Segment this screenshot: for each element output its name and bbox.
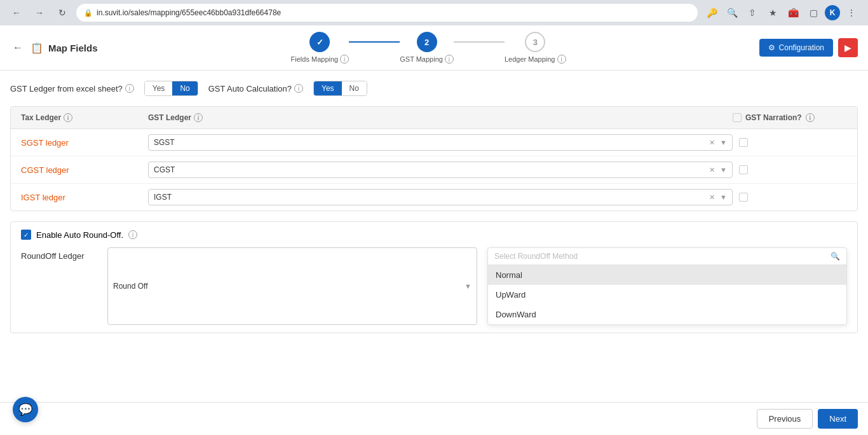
gst-ledger-no-btn[interactable]: No [172,81,197,95]
doc-icon: 📋 [31,42,43,54]
cgst-chevron-icon: ▼ [720,166,727,174]
roundoff-method-dropdown: 🔍 Normal UpWard DownWard [487,247,847,325]
page-title: Map Fields [48,43,98,53]
igst-narration-checkbox[interactable] [739,193,748,202]
share-icon[interactable]: ⇧ [743,4,761,22]
connector-1-2 [349,41,400,43]
step-2-info-icon[interactable]: i [445,55,454,64]
browser-chrome: ← → ↻ 🔒 in.suvit.io/sales/mapping/655eec… [0,0,868,25]
step-1-info-icon[interactable]: i [340,55,349,64]
igst-select[interactable]: IGST ✕ ▼ [148,189,733,205]
gst-options-row: GST Ledger from excel sheet? i Yes No GS… [10,81,858,96]
gst-ledger-toggle: Yes No [144,81,198,96]
gst-mapping-table: Tax Ledger i GST Ledger i GST Narration?… [10,106,858,211]
back-button[interactable]: ← [8,4,25,22]
step-3-label: Ledger Mapping i [505,55,566,64]
address-bar[interactable]: 🔒 in.suvit.io/sales/mapping/655eec46bb0a… [76,4,698,22]
dropdown-option-upward[interactable]: UpWard [488,285,846,305]
tax-ledger-header-info[interactable]: i [64,113,72,122]
cgst-narration-cell [733,165,847,174]
igst-chevron-icon: ▼ [720,193,727,201]
menu-icon[interactable]: ⋮ [843,4,860,22]
dropdown-search-bar: 🔍 [488,248,846,265]
step-3-info-icon[interactable]: i [557,55,566,64]
page-back-button[interactable]: ← [10,39,25,56]
window-icon[interactable]: ▢ [804,4,822,22]
browser-actions: 🔑 🔍 ⇧ ★ 🧰 ▢ K ⋮ [703,4,860,22]
sgst-label: SGST ledger [21,138,148,148]
step-1-circle: ✓ [309,32,330,52]
table-row: SGST ledger SGST ✕ ▼ [11,129,857,156]
step-3-circle: 3 [525,32,545,52]
next-button[interactable]: Next [818,409,858,429]
roundoff-header: ✓ Enable Auto Round-Off. i [21,230,847,240]
gst-auto-yes-btn[interactable]: Yes [314,81,342,95]
sgst-chevron-icon: ▼ [720,139,727,146]
table-row: CGST ledger CGST ✕ ▼ [11,156,857,184]
roundoff-ledger-chevron-icon: ▼ [465,282,471,290]
search-icon: 🔍 [831,252,840,261]
cgst-clear-icon[interactable]: ✕ [709,166,715,174]
igst-narration-cell [733,193,847,202]
chat-bubble-button[interactable]: 💬 [13,397,38,422]
gst-ledger-header: GST Ledger i [148,113,733,122]
gst-narration-header: GST Narration? i [733,113,847,122]
gst-narration-header-info[interactable]: i [806,113,815,122]
chat-icon: 💬 [18,403,32,417]
step-3: 3 Ledger Mapping i [505,32,566,64]
igst-label: IGST ledger [21,193,148,202]
step-1-label: Fields Mapping i [291,55,349,64]
gst-auto-toggle: Yes No [313,81,367,96]
extension-icon[interactable]: 🧰 [784,4,802,22]
cgst-label: CGST ledger [21,165,148,175]
roundoff-section: ✓ Enable Auto Round-Off. i RoundOff Ledg… [10,221,858,333]
connector-2-3 [454,41,505,43]
gst-auto-label: GST Auto Calculation? i [208,84,303,93]
tax-ledger-header: Tax Ledger i [21,113,148,122]
sgst-narration-checkbox[interactable] [739,138,748,147]
sgst-select[interactable]: SGST ✕ ▼ [148,134,733,151]
gst-ledger-info-icon[interactable]: i [125,84,134,93]
gst-auto-info-icon[interactable]: i [294,84,303,93]
page-title-area: 📋 Map Fields [31,42,98,54]
play-icon: ▶ [844,43,851,53]
youtube-button[interactable]: ▶ [838,38,858,57]
gst-auto-no-btn[interactable]: No [342,81,367,95]
stepper: ✓ Fields Mapping i 2 GST Mapping i 3 [98,32,759,64]
configuration-button[interactable]: ⚙ Configuration [759,39,833,57]
gst-ledger-header-info[interactable]: i [194,113,203,122]
previous-button[interactable]: Previous [757,409,813,429]
cgst-select[interactable]: CGST ✕ ▼ [148,162,733,178]
url-text: in.suvit.io/sales/mapping/655eec46bb0a93… [97,8,281,17]
step-2: 2 GST Mapping i [400,32,454,64]
roundoff-enable-label: Enable Auto Round-Off. [36,230,123,240]
roundoff-enable-checkbox[interactable]: ✓ [21,230,31,240]
igst-clear-icon[interactable]: ✕ [709,193,715,202]
table-row: IGST ledger IGST ✕ ▼ [11,184,857,211]
step-2-circle: 2 [417,32,437,52]
roundoff-method-search-input[interactable] [494,252,827,261]
roundoff-ledger-select[interactable]: Round Off ▼ [107,247,477,325]
bookmark-icon[interactable]: ★ [764,4,782,22]
main-content: GST Ledger from excel sheet? i Yes No GS… [0,71,868,402]
dropdown-option-downward[interactable]: DownWard [488,305,846,324]
gst-narration-header-checkbox[interactable] [733,113,742,122]
gst-ledger-yes-btn[interactable]: Yes [145,81,173,95]
step-1: ✓ Fields Mapping i [291,32,349,64]
sgst-narration-cell [733,138,847,147]
lock-icon: 🔒 [84,9,93,17]
roundoff-row: RoundOff Ledger Round Off ▼ 🔍 Normal UpW… [21,247,847,325]
forward-button[interactable]: → [31,4,48,22]
top-bar: ← 📋 Map Fields ✓ Fields Mapping i 2 GST … [0,25,868,71]
gst-ledger-label: GST Ledger from excel sheet? i [10,84,134,93]
step-2-label: GST Mapping i [400,55,454,64]
dropdown-option-normal[interactable]: Normal [488,265,846,285]
key-icon[interactable]: 🔑 [703,4,721,22]
search-icon[interactable]: 🔍 [723,4,741,22]
profile-button[interactable]: K [825,5,840,20]
sgst-clear-icon[interactable]: ✕ [709,139,715,147]
cgst-narration-checkbox[interactable] [739,165,748,174]
reload-button[interactable]: ↻ [53,4,71,22]
table-header: Tax Ledger i GST Ledger i GST Narration?… [11,107,857,129]
roundoff-info-icon[interactable]: i [128,230,137,239]
